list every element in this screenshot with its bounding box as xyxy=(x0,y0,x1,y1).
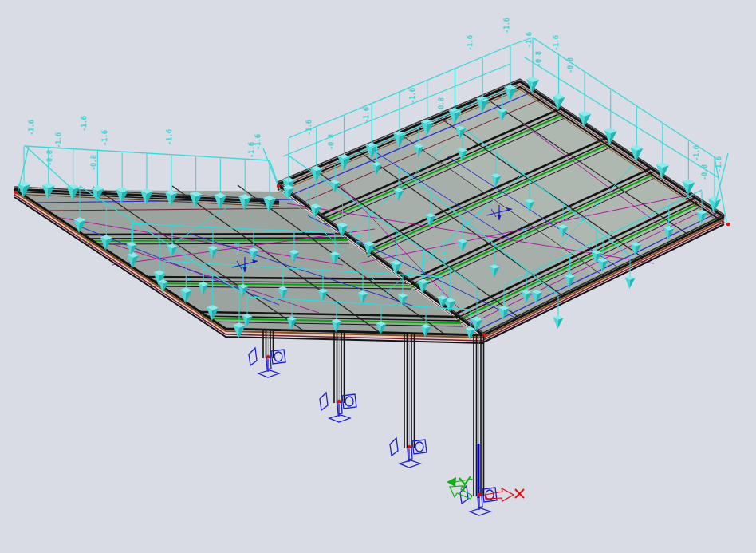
purlin-strip xyxy=(86,240,348,241)
y-axis-line xyxy=(455,479,474,482)
load-value-label: -1.6 xyxy=(100,130,108,146)
support-base-plane xyxy=(329,415,350,422)
support-flag-left xyxy=(249,348,257,365)
load-value-label: -1.6 xyxy=(525,32,533,48)
y-axis-label xyxy=(463,484,465,491)
load-value-label: -0.8 xyxy=(566,57,574,73)
load-value-label: -0.8 xyxy=(355,234,362,247)
support-flag-left xyxy=(390,438,398,456)
support-base-plane xyxy=(470,508,490,515)
support-symbol xyxy=(249,348,285,377)
load-frame-line xyxy=(263,148,278,184)
load-value-label: -1.6 xyxy=(234,242,241,255)
load-value-label: -1.6 xyxy=(552,35,560,51)
load-value-label: -1.6 xyxy=(80,116,88,132)
load-value-label: -1.6 xyxy=(27,120,35,136)
node-marker xyxy=(277,184,280,188)
support-flag-left xyxy=(320,393,328,410)
node-marker xyxy=(482,333,486,336)
support-base-plane xyxy=(258,370,279,377)
model-viewport[interactable]: -1.6-1.6-1.6-1.6-0.8-0.8-1.6-1.6-1.6-1.6… xyxy=(0,0,756,553)
load-value-label: -1.6 xyxy=(502,18,510,34)
support-symbol xyxy=(320,393,356,422)
support-hinge xyxy=(345,397,353,406)
load-arrow xyxy=(553,315,564,329)
load-value-label: -0.8 xyxy=(327,134,335,150)
support-plate xyxy=(408,448,412,460)
load-value-label: -1.6 xyxy=(254,134,262,150)
load-value-label: -1.6 xyxy=(466,35,474,51)
load-value-label: -1.6 xyxy=(186,277,193,290)
support-hinge xyxy=(274,352,282,361)
load-value-label: -1.6 xyxy=(521,227,528,241)
load-value-label: -1.6 xyxy=(692,145,700,161)
load-value-label: -0.8 xyxy=(45,150,53,166)
load-value-label: -1.6 xyxy=(305,120,313,136)
node-marker xyxy=(408,445,411,448)
load-value-label: -1.6 xyxy=(408,88,416,104)
load-value-label: -1.6 xyxy=(362,107,370,123)
load-arrow xyxy=(233,322,245,338)
node-marker xyxy=(266,355,270,358)
load-value-label: -0.8 xyxy=(89,155,97,171)
load-value-label: -1.6 xyxy=(54,132,62,148)
support-symbol xyxy=(390,438,427,468)
load-value-label: -1.6 xyxy=(165,129,173,145)
load-value-label: -0.8 xyxy=(304,192,311,205)
load-value-label: -0.8 xyxy=(700,164,708,180)
load-arrow xyxy=(625,275,636,289)
node-marker xyxy=(478,493,481,496)
load-value-label: -1.6 xyxy=(715,156,723,172)
support-plate xyxy=(337,402,342,414)
node-marker xyxy=(14,191,18,194)
support-plate xyxy=(266,357,271,369)
load-value-label: -0.8 xyxy=(441,251,448,265)
load-value-label: -0.8 xyxy=(534,51,542,67)
support-base-plane xyxy=(400,460,420,468)
support-hinge xyxy=(415,442,423,452)
node-marker xyxy=(726,223,730,226)
load-value-label: -0.8 xyxy=(437,97,445,113)
node-marker xyxy=(337,400,341,403)
